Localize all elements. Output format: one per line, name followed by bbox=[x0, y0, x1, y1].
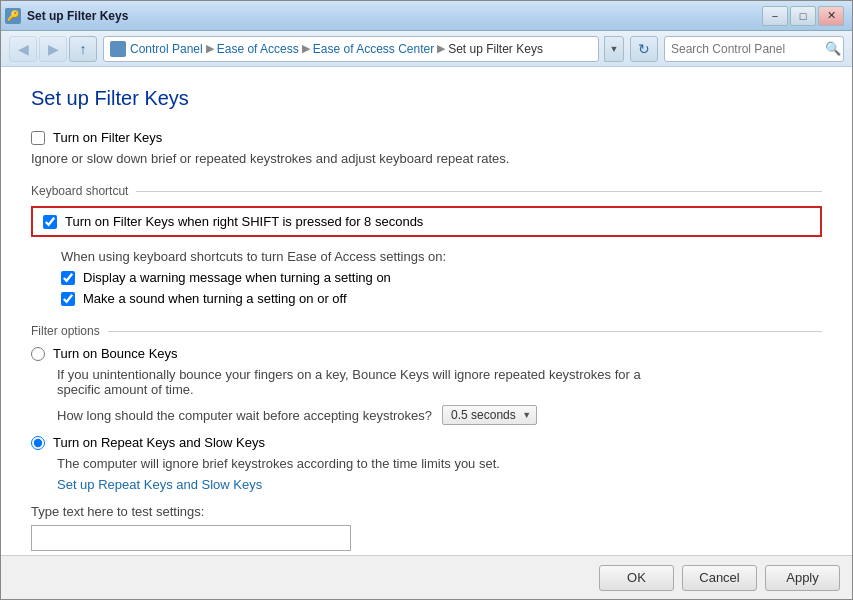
filter-keys-shortcut-label: Turn on Filter Keys when right SHIFT is … bbox=[65, 214, 423, 229]
turn-on-filter-keys-label: Turn on Filter Keys bbox=[53, 130, 162, 145]
top-checkbox-row: Turn on Filter Keys bbox=[31, 130, 822, 145]
main-area: Set up Filter Keys Turn on Filter Keys I… bbox=[1, 67, 852, 555]
title-bar: 🔑 Set up Filter Keys − □ ✕ bbox=[1, 1, 852, 31]
back-button[interactable]: ◀ bbox=[9, 36, 37, 62]
minimize-button[interactable]: − bbox=[762, 6, 788, 26]
button-bar: OK Cancel Apply bbox=[1, 555, 852, 599]
breadcrumb-ease-of-access[interactable]: Ease of Access bbox=[217, 42, 299, 56]
test-label: Type text here to test settings: bbox=[31, 504, 822, 519]
bounce-keys-radio[interactable] bbox=[31, 347, 45, 361]
title-bar-left: 🔑 Set up Filter Keys bbox=[5, 8, 128, 24]
forward-button[interactable]: ▶ bbox=[39, 36, 67, 62]
repeat-description: The computer will ignore brief keystroke… bbox=[57, 456, 822, 471]
wait-label: How long should the computer wait before… bbox=[57, 408, 432, 423]
breadcrumb-ease-of-access-center[interactable]: Ease of Access Center bbox=[313, 42, 434, 56]
breadcrumb-dropdown-button[interactable]: ▼ bbox=[604, 36, 624, 62]
nav-buttons: ◀ ▶ ↑ bbox=[9, 36, 97, 62]
display-warning-label: Display a warning message when turning a… bbox=[83, 270, 391, 285]
main-window: 🔑 Set up Filter Keys − □ ✕ ◀ ▶ ↑ Control… bbox=[0, 0, 853, 600]
refresh-button[interactable]: ↻ bbox=[630, 36, 658, 62]
repeat-keys-label: Turn on Repeat Keys and Slow Keys bbox=[53, 435, 265, 450]
make-sound-label: Make a sound when turning a setting on o… bbox=[83, 291, 347, 306]
maximize-button[interactable]: □ bbox=[790, 6, 816, 26]
repeat-keys-link[interactable]: Set up Repeat Keys and Slow Keys bbox=[57, 477, 262, 492]
search-icon: 🔍 bbox=[825, 41, 841, 56]
apply-button[interactable]: Apply bbox=[765, 565, 840, 591]
highlighted-checkbox-row: Turn on Filter Keys when right SHIFT is … bbox=[31, 206, 822, 237]
close-button[interactable]: ✕ bbox=[818, 6, 844, 26]
test-section: Type text here to test settings: bbox=[31, 504, 822, 551]
window-title: Set up Filter Keys bbox=[27, 9, 128, 23]
wait-row: How long should the computer wait before… bbox=[57, 405, 822, 425]
filter-options-section: Filter options Turn on Bounce Keys If yo… bbox=[31, 324, 822, 551]
keyboard-shortcut-section: Keyboard shortcut bbox=[31, 184, 822, 198]
wait-dropdown-wrapper: 0.5 seconds 1 second 2 seconds 3 seconds bbox=[442, 405, 537, 425]
bounce-keys-row: Turn on Bounce Keys bbox=[31, 346, 822, 361]
repeat-keys-row: Turn on Repeat Keys and Slow Keys bbox=[31, 435, 822, 450]
filter-keys-shortcut-checkbox[interactable] bbox=[43, 215, 57, 229]
bounce-description-2: specific amount of time. bbox=[57, 382, 822, 397]
make-sound-checkbox[interactable] bbox=[61, 292, 75, 306]
filter-options-label: Filter options bbox=[31, 324, 100, 338]
breadcrumb-items: Control Panel ▶ Ease of Access ▶ Ease of… bbox=[130, 42, 543, 56]
display-warning-row: Display a warning message when turning a… bbox=[61, 270, 822, 285]
window-icon: 🔑 bbox=[5, 8, 21, 24]
page-title: Set up Filter Keys bbox=[31, 87, 822, 110]
up-button[interactable]: ↑ bbox=[69, 36, 97, 62]
ok-button[interactable]: OK bbox=[599, 565, 674, 591]
bounce-keys-label: Turn on Bounce Keys bbox=[53, 346, 178, 361]
section-divider bbox=[136, 191, 822, 192]
sub-section: When using keyboard shortcuts to turn Ea… bbox=[61, 249, 822, 306]
test-input[interactable] bbox=[31, 525, 351, 551]
bounce-description-1: If you unintentionally bounce your finge… bbox=[57, 367, 822, 382]
make-sound-row: Make a sound when turning a setting on o… bbox=[61, 291, 822, 306]
cancel-button[interactable]: Cancel bbox=[682, 565, 757, 591]
filter-options-divider bbox=[108, 331, 822, 332]
content-area: Set up Filter Keys Turn on Filter Keys I… bbox=[1, 67, 852, 555]
breadcrumb-current: Set up Filter Keys bbox=[448, 42, 543, 56]
repeat-keys-description-block: The computer will ignore brief keystroke… bbox=[57, 456, 822, 492]
filter-options-label-row: Filter options bbox=[31, 324, 822, 338]
repeat-keys-radio[interactable] bbox=[31, 436, 45, 450]
bounce-keys-description: If you unintentionally bounce your finge… bbox=[57, 367, 822, 425]
keyboard-shortcut-label: Keyboard shortcut bbox=[31, 184, 128, 198]
sub-options-label: When using keyboard shortcuts to turn Ea… bbox=[61, 249, 822, 264]
address-bar: ◀ ▶ ↑ Control Panel ▶ Ease of Access ▶ E… bbox=[1, 31, 852, 67]
wait-dropdown[interactable]: 0.5 seconds 1 second 2 seconds 3 seconds bbox=[442, 405, 537, 425]
turn-on-filter-keys-checkbox[interactable] bbox=[31, 131, 45, 145]
title-bar-controls: − □ ✕ bbox=[762, 6, 844, 26]
breadcrumb-bar: Control Panel ▶ Ease of Access ▶ Ease of… bbox=[103, 36, 599, 62]
search-input[interactable] bbox=[671, 42, 821, 56]
breadcrumb-icon bbox=[110, 41, 126, 57]
search-box: 🔍 bbox=[664, 36, 844, 62]
filter-keys-description: Ignore or slow down brief or repeated ke… bbox=[31, 151, 822, 166]
breadcrumb-control-panel[interactable]: Control Panel bbox=[130, 42, 203, 56]
display-warning-checkbox[interactable] bbox=[61, 271, 75, 285]
